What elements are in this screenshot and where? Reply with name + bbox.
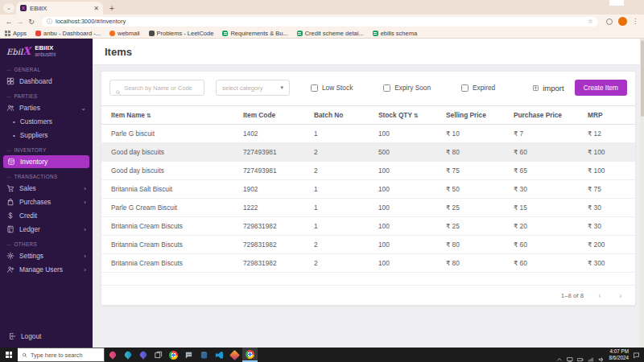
column-header-item-name[interactable]: Item Name⇅ bbox=[101, 106, 240, 125]
sidebar-item-credit[interactable]: Credit bbox=[0, 209, 93, 222]
checkbox-icon[interactable] bbox=[461, 84, 469, 92]
table-row[interactable]: Britannia Cream Biscuts7298319821100₹ 25… bbox=[101, 217, 635, 236]
taskbar-search[interactable]: Type here to search bbox=[18, 348, 105, 362]
settings-icon bbox=[6, 252, 14, 260]
sidebar-item-dashboard[interactable]: Dashboard bbox=[0, 75, 93, 88]
bookmark-item-problems-leetcode[interactable]: Problems - LeetCode bbox=[149, 30, 214, 37]
search-input-wrap[interactable] bbox=[109, 80, 204, 96]
sidebar-item-ledger[interactable]: Ledger› bbox=[0, 223, 93, 236]
tab-favicon-icon: X bbox=[20, 5, 27, 11]
tab-close-icon[interactable]: ✕ bbox=[93, 5, 99, 12]
forward-icon[interactable]: → bbox=[14, 18, 26, 26]
bookmark-item-anbu-dashboard[interactable]: anbu - Dashboard -... bbox=[35, 30, 101, 37]
table-cell: ₹ 300 bbox=[584, 254, 635, 273]
bookmark-label: Requirements & Bu... bbox=[230, 30, 287, 37]
sort-icon[interactable]: ⇅ bbox=[147, 113, 151, 118]
sidebar-item-settings[interactable]: Settings› bbox=[0, 249, 93, 262]
gem-app-icon[interactable] bbox=[227, 348, 242, 362]
pinned-app-3-icon[interactable] bbox=[135, 348, 151, 362]
search-icon bbox=[115, 84, 121, 91]
sidebar-item-parties[interactable]: Parties⌄ bbox=[0, 101, 93, 114]
apps-shortcut[interactable]: Apps bbox=[5, 30, 27, 37]
new-tab-button[interactable]: + bbox=[106, 2, 118, 14]
pinned-app-1-icon[interactable] bbox=[105, 348, 120, 362]
table-row[interactable]: Good day biscuits7274939812100₹ 75₹ 65₹ … bbox=[101, 162, 635, 180]
search-icon bbox=[22, 352, 27, 358]
url-bar[interactable]: ⓘ localhost:3000/#/inventory ☆ bbox=[42, 17, 598, 27]
display-icon[interactable] bbox=[567, 352, 573, 358]
sidebar-item-manage-users[interactable]: Manage Users› bbox=[0, 263, 93, 276]
url-text[interactable]: localhost:3000/#/inventory bbox=[56, 18, 584, 25]
bookmark-star-icon[interactable]: ☆ bbox=[588, 18, 593, 25]
chrome-active-icon[interactable] bbox=[242, 348, 258, 362]
table-row[interactable]: Good day biscuits7274939812500₹ 80₹ 60₹ … bbox=[101, 143, 635, 162]
back-icon[interactable]: ← bbox=[3, 18, 14, 26]
browser-tab[interactable]: X EBillX ✕ bbox=[16, 2, 103, 14]
chrome-icon[interactable] bbox=[166, 348, 181, 362]
sidebar-item-inventory[interactable]: Inventory bbox=[3, 155, 89, 168]
logout-button[interactable]: Logout bbox=[0, 326, 93, 348]
table-cell: ₹ 15 bbox=[510, 199, 584, 217]
sidebar-item-label: Purchases bbox=[19, 198, 51, 206]
page-next-icon[interactable]: › bbox=[616, 291, 625, 300]
start-button[interactable] bbox=[0, 348, 18, 362]
bookmark-item-requirements-bu[interactable]: Requirements & Bu... bbox=[222, 30, 287, 37]
clock[interactable]: 4:07 PM 8/6/2024 bbox=[609, 348, 629, 362]
category-select[interactable]: select category ▾ bbox=[216, 80, 290, 96]
site-info-icon[interactable]: ⓘ bbox=[47, 18, 52, 26]
network-icon[interactable] bbox=[588, 352, 594, 358]
chevron-right-icon: › bbox=[84, 185, 86, 192]
system-tray: 4:07 PM 8/6/2024 bbox=[556, 348, 644, 362]
sidebar-item-customers[interactable]: •Customers bbox=[0, 115, 93, 128]
filter-checkbox-expiry-soon[interactable]: Expiry Soon bbox=[383, 84, 431, 92]
chat-app-icon[interactable] bbox=[181, 348, 196, 362]
battery-icon[interactable] bbox=[577, 352, 584, 358]
create-item-button[interactable]: Create Item bbox=[575, 80, 627, 96]
table-row[interactable]: Parle G Cream Biscuit12221100₹ 25₹ 15₹ 3… bbox=[101, 199, 635, 217]
volume-icon[interactable] bbox=[598, 352, 605, 358]
table-cell: 100 bbox=[375, 236, 443, 254]
filter-checkbox-low-stock[interactable]: Low Stock bbox=[311, 84, 353, 92]
table-cell: ₹ 200 bbox=[584, 236, 635, 254]
table-cell: ₹ 25 bbox=[443, 217, 510, 236]
checkbox-icon[interactable] bbox=[383, 84, 390, 92]
checkbox-label: Expired bbox=[473, 84, 495, 92]
window-control[interactable] bbox=[609, 0, 624, 6]
bookmark-label: Credit scheme detai... bbox=[305, 30, 364, 37]
scrollbar-thumb[interactable] bbox=[641, 40, 644, 117]
screen: ⌄ X EBillX ✕ + ← → ↻ ⓘ localhost:3000/#/… bbox=[0, 0, 644, 362]
scrollbar[interactable] bbox=[640, 39, 644, 348]
import-button[interactable]: import bbox=[532, 84, 564, 93]
filter-checkbox-expired[interactable]: Expired bbox=[461, 84, 495, 92]
column-header-stock-qty[interactable]: Stock QTY⇅ bbox=[375, 106, 443, 125]
profile-avatar[interactable] bbox=[618, 17, 627, 26]
sidebar-item-sales[interactable]: Sales› bbox=[0, 182, 93, 195]
sidebar-item-label: Sales bbox=[19, 184, 36, 192]
reload-icon[interactable]: ↻ bbox=[26, 18, 37, 26]
sidebar-item-suppliers[interactable]: •Suppliers bbox=[0, 129, 93, 142]
table-row[interactable]: Parle G biscuit14021100₹ 10₹ 7₹ 12 bbox=[101, 125, 635, 143]
vscode-icon[interactable] bbox=[212, 348, 227, 362]
table-row[interactable]: Britannia Salt Biscuit19021100₹ 50₹ 30₹ … bbox=[101, 180, 635, 199]
database-app-icon[interactable] bbox=[196, 348, 212, 362]
search-input[interactable] bbox=[124, 84, 199, 92]
sort-icon[interactable]: ⇅ bbox=[414, 113, 419, 118]
browser-menu-icon[interactable]: ⋮ bbox=[632, 18, 638, 25]
tab-search-button[interactable]: ⌄ bbox=[3, 3, 14, 13]
browser-extension-icon[interactable] bbox=[606, 19, 613, 25]
action-center-icon[interactable] bbox=[633, 348, 640, 362]
bookmark-item-ebills-schema[interactable]: ebills schema bbox=[373, 30, 417, 37]
task-view-icon[interactable] bbox=[151, 348, 166, 362]
bookmark-item-webmail[interactable]: webmail bbox=[109, 30, 140, 37]
checkbox-icon[interactable] bbox=[311, 84, 318, 92]
pinned-app-2-icon[interactable] bbox=[120, 348, 135, 362]
logout-label: Logout bbox=[21, 332, 41, 340]
sidebar-item-label: Manage Users bbox=[19, 265, 63, 274]
tray-chevron-up-icon[interactable] bbox=[556, 352, 563, 358]
table-cell: Britannia Cream Biscuts bbox=[101, 217, 240, 236]
table-row[interactable]: Britannia Cream Biscuts7298319822100₹ 80… bbox=[101, 254, 635, 273]
page-previous-icon[interactable]: ‹ bbox=[595, 291, 605, 300]
sidebar-item-purchases[interactable]: Purchases› bbox=[0, 195, 93, 208]
bookmark-item-credit-scheme-detai[interactable]: Credit scheme detai... bbox=[297, 30, 364, 37]
table-row[interactable]: Britannia Cream Biscuts7298319822100₹ 80… bbox=[101, 236, 635, 254]
